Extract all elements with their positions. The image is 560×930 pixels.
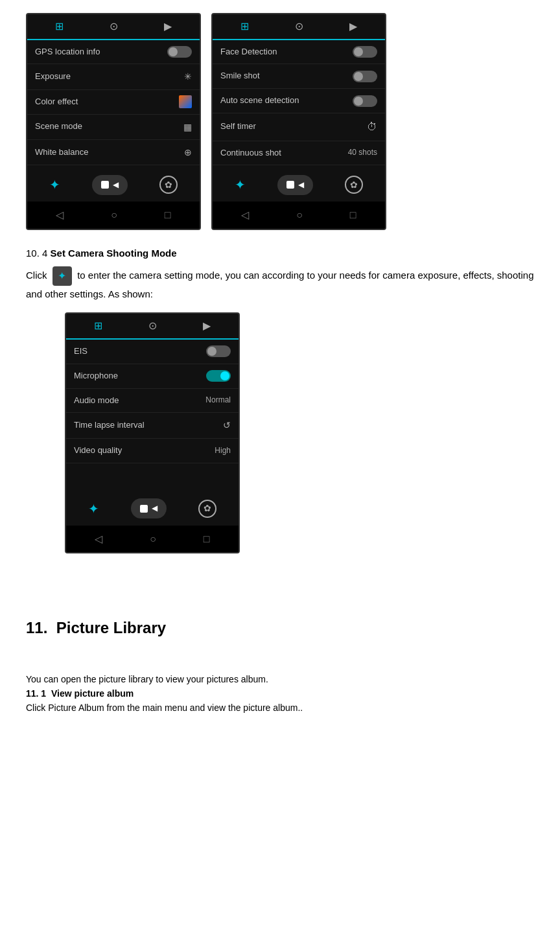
settings-icon: ⊞ — [55, 18, 64, 35]
eis-toggle[interactable] — [206, 345, 231, 357]
scene-mode-icon: ▦ — [183, 120, 192, 134]
continuous-shot-value: 40 shots — [348, 146, 377, 159]
record-button[interactable]: ◀ — [277, 175, 313, 195]
smile-shot-toggle[interactable] — [353, 71, 377, 82]
spacer — [26, 579, 534, 590]
list-item: Self timer ⏱ — [213, 113, 385, 141]
video-icon: ▶ — [349, 18, 357, 35]
home-icon[interactable]: ○ — [111, 207, 117, 224]
section-11-title: 11. Picture Library — [26, 616, 534, 640]
record-dot — [286, 181, 294, 189]
section-11-1-header: 11. 1 View picture album — [26, 686, 534, 701]
left-phone-screen: ⊞ ⊙ ▶ GPS location info Exposure ✳ Color… — [26, 13, 201, 230]
audio-mode-value: Normal — [205, 394, 231, 406]
section-10-4: 10. 4 Set Camera Shooting Mode Click ✦ t… — [26, 246, 534, 303]
top-screenshots-row: ⊞ ⊙ ▶ GPS location info Exposure ✳ Color… — [26, 13, 534, 230]
list-item: Audio mode Normal — [66, 389, 239, 413]
right-top-bar: ⊞ ⊙ ▶ — [213, 14, 385, 40]
home-icon[interactable]: ○ — [150, 531, 156, 548]
list-item: Auto scene detection — [213, 89, 385, 113]
left-top-bar: ⊞ ⊙ ▶ — [27, 14, 200, 40]
record-button[interactable]: ◀ — [92, 175, 128, 195]
settings-icon: ⊞ — [94, 318, 102, 334]
bottom-screen-bottom-bar: ✦ ◀ — [66, 492, 239, 526]
record-label: ◀ — [298, 179, 304, 191]
exposure-icon: ✳ — [184, 69, 192, 84]
single-screenshot-section: ⊞ ⊙ ▶ EIS Microphone Audio mode Normal T… — [65, 312, 534, 553]
face-detection-toggle[interactable] — [353, 46, 377, 58]
video-quality-value: High — [215, 445, 231, 457]
list-item: Continuous shot 40 shots — [213, 141, 385, 166]
list-item: EIS — [66, 340, 239, 364]
record-dot — [140, 505, 148, 513]
gps-toggle[interactable] — [167, 46, 192, 58]
settings-icon: ⊞ — [240, 18, 249, 35]
white-balance-icon: ⊕ — [184, 145, 192, 159]
section-11-para1: You can open the picture library to view… — [26, 672, 534, 686]
left-bottom-bar: ✦ ◀ — [27, 168, 200, 202]
list-item: Face Detection — [213, 40, 385, 65]
list-item: Microphone — [66, 364, 239, 389]
list-item: Smile shot — [213, 64, 385, 89]
bottom-phone-screen: ⊞ ⊙ ▶ EIS Microphone Audio mode Normal T… — [65, 312, 240, 553]
spacer — [26, 569, 534, 579]
home-icon[interactable]: ○ — [296, 207, 303, 224]
list-item: Time lapse interval ↺ — [66, 413, 239, 438]
spacer — [66, 463, 239, 489]
camera-icon: ⊙ — [110, 18, 118, 35]
shutter-button[interactable] — [198, 500, 216, 518]
spacer — [26, 651, 534, 662]
right-bottom-bar: ✦ ◀ — [213, 168, 385, 202]
auto-scene-toggle[interactable] — [353, 95, 377, 107]
record-dot — [101, 181, 109, 189]
section-11-1-text: Click Picture Album from the main menu a… — [26, 701, 534, 715]
video-icon: ▶ — [203, 318, 211, 334]
right-phone-screen: ⊞ ⊙ ▶ Face Detection Smile shot Auto sce… — [211, 13, 386, 230]
back-icon[interactable]: ◁ — [241, 207, 249, 224]
shutter-button[interactable] — [159, 176, 178, 194]
left-nav-bar: ◁ ○ □ — [27, 202, 200, 229]
spacer — [26, 662, 534, 672]
gear-icon[interactable]: ✦ — [49, 174, 60, 195]
shutter-button[interactable] — [345, 176, 363, 194]
record-label: ◀ — [113, 179, 119, 191]
back-icon[interactable]: ◁ — [56, 207, 64, 224]
bottom-top-bar: ⊞ ⊙ ▶ — [66, 314, 239, 340]
color-effect-icon — [179, 95, 192, 108]
list-item: Color effect — [27, 90, 200, 115]
camera-icon: ⊙ — [295, 18, 303, 35]
list-item: Video quality High — [66, 439, 239, 463]
right-nav-bar: ◁ ○ □ — [213, 202, 385, 229]
microphone-toggle[interactable] — [206, 370, 231, 382]
section-10-4-paragraph: Click ✦ to enter the camera setting mode… — [26, 266, 534, 303]
section-11: 11. Picture Library — [26, 616, 534, 640]
list-item: Scene mode ▦ — [27, 115, 200, 140]
list-item: White balance ⊕ — [27, 140, 200, 165]
section-header-10-4: 10. 4 Set Camera Shooting Mode — [26, 246, 534, 261]
list-item: GPS location info — [27, 40, 200, 65]
timelapse-icon: ↺ — [223, 418, 231, 432]
gear-icon[interactable]: ✦ — [88, 498, 99, 519]
list-item: Exposure ✳ — [27, 64, 200, 89]
video-icon: ▶ — [164, 18, 172, 35]
record-label: ◀ — [152, 502, 158, 515]
back-icon[interactable]: ◁ — [95, 531, 102, 548]
gear-icon[interactable]: ✦ — [235, 174, 246, 195]
record-button[interactable]: ◀ — [131, 498, 167, 518]
self-timer-icon: ⏱ — [367, 119, 377, 135]
camera-icon: ⊙ — [148, 318, 157, 334]
recents-icon[interactable]: □ — [350, 207, 356, 224]
recents-icon[interactable]: □ — [165, 207, 171, 224]
recents-icon[interactable]: □ — [204, 531, 210, 548]
settings-gear-inline-icon: ✦ — [52, 266, 72, 286]
bottom-nav-bar: ◁ ○ □ — [66, 526, 239, 553]
